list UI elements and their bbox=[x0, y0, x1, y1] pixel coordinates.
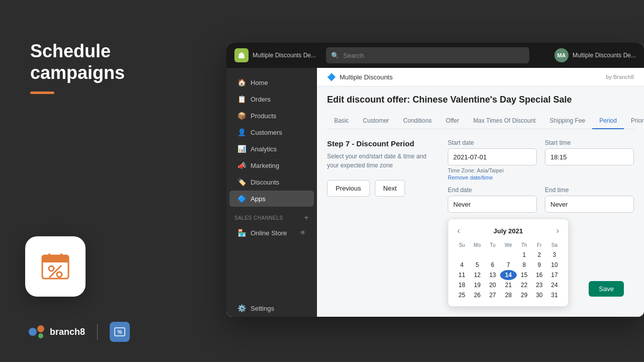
remove-date-link[interactable]: Remove date/time bbox=[448, 174, 537, 180]
secondary-logo: % bbox=[110, 322, 130, 342]
sidebar-item-online-store[interactable]: 🏪 Online Store 👁 bbox=[229, 225, 314, 241]
sidebar-online-store-label: Online Store bbox=[251, 229, 287, 237]
calendar-day-30[interactable]: 30 bbox=[532, 290, 547, 300]
calendar-day-5[interactable]: 5 bbox=[469, 260, 485, 270]
calendar-day-21[interactable]: 21 bbox=[500, 280, 517, 290]
add-sales-channel-button[interactable]: + bbox=[304, 213, 309, 222]
breadcrumb-text: Multiple Discounts bbox=[340, 73, 393, 81]
tab-conditions[interactable]: Conditions bbox=[396, 113, 439, 129]
search-placeholder: Search bbox=[343, 52, 364, 59]
logo-divider bbox=[97, 324, 98, 340]
settings-icon: ⚙️ bbox=[237, 304, 246, 312]
breadcrumb-icon: 🔷 bbox=[327, 73, 336, 81]
sidebar-discounts-label: Discounts bbox=[251, 178, 279, 186]
sidebar-item-apps[interactable]: 🔷 Apps bbox=[229, 191, 314, 207]
promo-icon-card bbox=[25, 236, 86, 297]
tab-basic[interactable]: Basic bbox=[327, 113, 356, 129]
start-time-input[interactable]: 18:15 bbox=[545, 148, 634, 165]
calendar-day-26[interactable]: 26 bbox=[469, 290, 485, 300]
svg-point-10 bbox=[38, 333, 43, 338]
sales-channels-section: SALES CHANNELS + bbox=[226, 207, 317, 224]
sidebar-item-orders[interactable]: 📋 Orders bbox=[229, 91, 314, 107]
calendar-day-9[interactable]: 9 bbox=[532, 260, 547, 270]
branch8-icon bbox=[28, 323, 46, 341]
left-panel: Schedule campaigns bbox=[0, 0, 226, 362]
calendar-day-18[interactable]: 18 bbox=[454, 280, 469, 290]
shopify-bag-icon bbox=[234, 48, 249, 62]
sidebar-marketing-label: Marketing bbox=[251, 162, 279, 169]
day-header-th: Th bbox=[517, 240, 532, 250]
end-date-label: End date bbox=[448, 187, 537, 194]
calendar-day-15[interactable]: 15 bbox=[517, 270, 532, 280]
calendar-day-29[interactable]: 29 bbox=[517, 290, 532, 300]
calendar-day-empty bbox=[485, 250, 500, 260]
avatar: MA bbox=[554, 48, 569, 62]
calendar-day-31[interactable]: 31 bbox=[547, 290, 562, 300]
end-date-time-row: End date Never End time Never bbox=[448, 187, 634, 213]
calendar-day-8[interactable]: 8 bbox=[517, 260, 532, 270]
sidebar-item-marketing[interactable]: 📣 Marketing bbox=[229, 157, 314, 173]
end-time-input[interactable]: Never bbox=[545, 196, 634, 213]
calendar-prev-button[interactable]: ‹ bbox=[454, 225, 463, 236]
start-date-group: Start date 2021-07-01 Time Zone: Asia/Ta… bbox=[448, 139, 537, 180]
calendar-day-10[interactable]: 10 bbox=[547, 260, 562, 270]
search-bar[interactable]: 🔍 Search bbox=[326, 47, 529, 63]
calendar-day-16[interactable]: 16 bbox=[532, 270, 547, 280]
step-description-col: Step 7 - Discount Period Select your end… bbox=[327, 139, 438, 307]
calendar-next-button[interactable]: › bbox=[553, 225, 562, 236]
branch8-text: branch8 bbox=[50, 327, 85, 337]
calendar-day-17[interactable]: 17 bbox=[547, 270, 562, 280]
sidebar-item-discounts[interactable]: 🏷️ Discounts bbox=[229, 174, 314, 190]
end-date-input[interactable]: Never bbox=[448, 196, 537, 213]
home-icon: 🏠 bbox=[237, 78, 246, 86]
start-date-input[interactable]: 2021-07-01 bbox=[448, 148, 537, 165]
sidebar-analytics-label: Analytics bbox=[251, 145, 277, 153]
calendar-day-19[interactable]: 19 bbox=[469, 280, 485, 290]
next-button[interactable]: Next bbox=[375, 180, 406, 197]
calendar-day-empty bbox=[469, 250, 485, 260]
tab-max-times[interactable]: Max Times Of Discount bbox=[466, 113, 543, 129]
customers-icon: 👤 bbox=[237, 128, 246, 136]
calendar-day-27[interactable]: 27 bbox=[485, 290, 500, 300]
sidebar-item-customers[interactable]: 👤 Customers bbox=[229, 124, 314, 140]
sidebar-item-home[interactable]: 🏠 Home bbox=[229, 74, 314, 90]
calendar-day-empty bbox=[454, 250, 469, 260]
tab-period[interactable]: Period bbox=[592, 113, 624, 129]
sidebar-item-analytics[interactable]: 📊 Analytics bbox=[229, 141, 314, 157]
calendar-day-7[interactable]: 7 bbox=[500, 260, 517, 270]
tab-shipping[interactable]: Shipping Fee bbox=[543, 113, 593, 129]
calendar-day-25[interactable]: 25 bbox=[454, 290, 469, 300]
calendar-day-6[interactable]: 6 bbox=[485, 260, 500, 270]
calendar-day-3[interactable]: 3 bbox=[547, 250, 562, 260]
page-content: Edit discount offer: Chinese Valentine's… bbox=[317, 86, 644, 317]
svg-point-9 bbox=[37, 325, 44, 332]
sales-channels-label: SALES CHANNELS bbox=[234, 215, 283, 221]
calendar-day-4[interactable]: 4 bbox=[454, 260, 469, 270]
calendar-day-24[interactable]: 24 bbox=[547, 280, 562, 290]
step-desc: Select your end/start date & time and yo… bbox=[327, 152, 438, 170]
branch8-logo: branch8 bbox=[28, 323, 85, 341]
calendar-day-12[interactable]: 12 bbox=[469, 270, 485, 280]
day-header-sa: Sa bbox=[547, 240, 562, 250]
calendar-day-11[interactable]: 11 bbox=[454, 270, 469, 280]
calendar-day-2[interactable]: 2 bbox=[532, 250, 547, 260]
calendar-day-1[interactable]: 1 bbox=[517, 250, 532, 260]
calendar-day-20[interactable]: 20 bbox=[485, 280, 500, 290]
previous-button[interactable]: Previous bbox=[327, 180, 370, 197]
calendar-day-22[interactable]: 22 bbox=[517, 280, 532, 290]
save-button[interactable]: Save bbox=[589, 281, 624, 297]
page-title: Edit discount offer: Chinese Valentine's… bbox=[327, 95, 634, 105]
sidebar-products-label: Products bbox=[251, 112, 276, 120]
calendar-day-14[interactable]: 14 bbox=[500, 270, 517, 280]
topbar-logo: Multiple Discounts De... bbox=[234, 48, 320, 62]
sidebar-item-products[interactable]: 📦 Products bbox=[229, 108, 314, 124]
day-header-mo: Mo bbox=[469, 240, 485, 250]
tab-priority[interactable]: Priority bbox=[624, 113, 644, 129]
tab-offer[interactable]: Offer bbox=[439, 113, 466, 129]
start-time-label: Start time bbox=[545, 139, 634, 146]
calendar-day-28[interactable]: 28 bbox=[500, 290, 517, 300]
tab-customer[interactable]: Customer bbox=[356, 113, 396, 129]
bottom-logos: branch8 % bbox=[28, 322, 130, 342]
calendar-day-23[interactable]: 23 bbox=[532, 280, 547, 290]
calendar-day-13[interactable]: 13 bbox=[485, 270, 500, 280]
